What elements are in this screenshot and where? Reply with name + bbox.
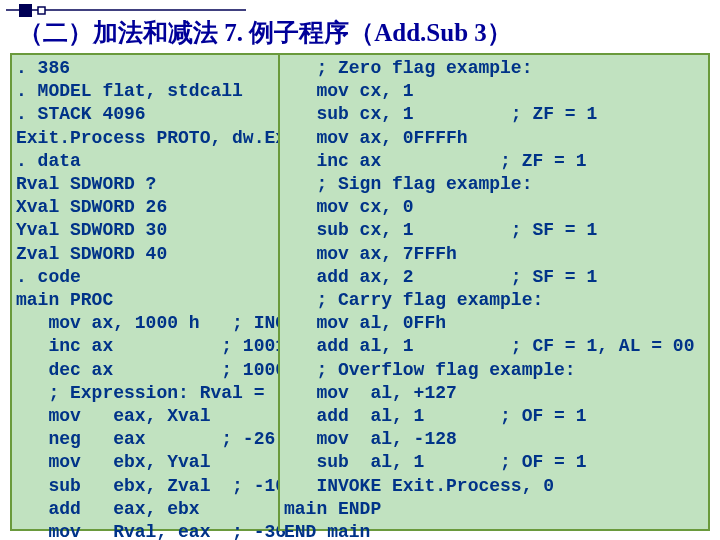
svg-rect-1 — [19, 4, 32, 17]
code-block-right: ; Zero flag example: mov cx, 1 sub cx, 1… — [278, 53, 710, 531]
slide-title: （二）加法和减法 7. 例子程序（Add.Sub 3） — [18, 16, 710, 49]
corner-decoration — [6, 2, 246, 20]
svg-rect-2 — [38, 7, 45, 14]
slide: （二）加法和减法 7. 例子程序（Add.Sub 3） . 386 . MODE… — [0, 0, 720, 540]
code-area: . 386 . MODEL flat, stdcall . STACK 4096… — [10, 53, 710, 533]
